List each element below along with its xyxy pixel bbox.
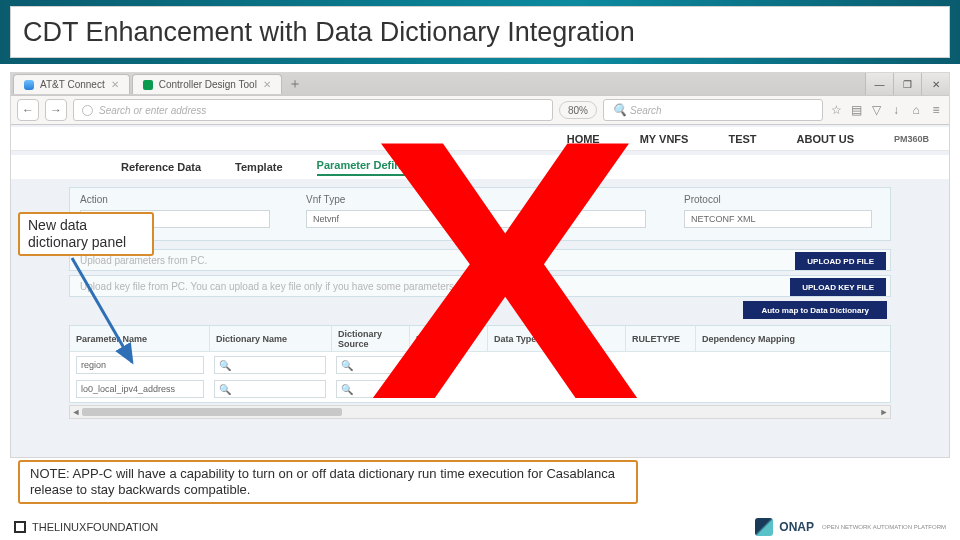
pocket-icon[interactable]: ▽ — [869, 103, 883, 117]
upload-params-text: Upload parameters from PC. — [70, 255, 207, 266]
cell-dict-name-1[interactable]: 🔍 — [214, 356, 326, 374]
header-panel: Action Vnf Type Netvnf Protocol NETCONF … — [69, 187, 891, 241]
download-icon[interactable]: ↓ — [889, 103, 903, 117]
automap-button[interactable]: Auto map to Data Dictionary — [743, 301, 887, 319]
upload-pd-file-button[interactable]: UPLOAD PD FILE — [795, 252, 886, 270]
scroll-left-arrow[interactable]: ◄ — [70, 406, 82, 418]
cdt-favicon — [143, 80, 153, 90]
col-dependency-mapping: Dependency Mapping — [696, 326, 890, 351]
search-placeholder: Search — [630, 105, 662, 116]
star-icon[interactable]: ☆ — [829, 103, 843, 117]
col-entry-schema: Entry schema — [554, 326, 626, 351]
onap-label: ONAP — [779, 520, 814, 534]
upload-key-row: Upload key file from PC. You can upload … — [69, 275, 891, 297]
tab-reference-data[interactable]: Reference Data — [121, 161, 201, 173]
cell-dict-source-2[interactable]: 🔍 — [336, 380, 406, 398]
window-controls: — ❐ ✕ — [865, 73, 949, 95]
browser-search[interactable]: 🔍 Search — [603, 99, 823, 121]
note-text: NOTE: APP-C will have a capability to tu… — [30, 466, 626, 499]
cell-param-name-1: region — [76, 356, 204, 374]
field-vnf-type[interactable]: Netvnf — [306, 210, 646, 228]
library-icon[interactable]: ▤ — [849, 103, 863, 117]
browser-toolbar: ← → Search or enter address 80% 🔍 Search… — [11, 95, 949, 125]
linux-foundation-logo: THELINUXFOUNDATION — [14, 521, 158, 533]
nav-my-vnfs[interactable]: MY VNFS — [640, 133, 689, 145]
onap-logo: ONAP OPEN NETWORK AUTOMATION PLATFORM — [755, 518, 946, 536]
onap-icon — [755, 518, 773, 536]
address-placeholder: Search or enter address — [99, 105, 206, 116]
tab-label: AT&T Connect — [40, 79, 105, 90]
nav-about-us[interactable]: ABOUT US — [797, 133, 854, 145]
note-box: NOTE: APP-C will have a capability to tu… — [18, 460, 638, 504]
callout-new-panel: New data dictionary panel — [18, 212, 154, 256]
screenshot-area: AT&T Connect ✕ Controller Design Tool ✕ … — [10, 72, 950, 458]
zoom-indicator[interactable]: 80% — [559, 101, 597, 119]
att-favicon — [24, 80, 34, 90]
nav-test[interactable]: TEST — [728, 133, 756, 145]
close-button[interactable]: ✕ — [921, 73, 949, 95]
grid-header: Parameter Name Dictionary Name Dictionar… — [70, 326, 890, 352]
scroll-right-arrow[interactable]: ► — [878, 406, 890, 418]
cell-param-name-2: lo0_local_ipv4_address — [76, 380, 204, 398]
horizontal-scrollbar[interactable]: ◄ ► — [69, 405, 891, 419]
close-icon[interactable]: ✕ — [111, 79, 119, 90]
col-dictionary-name: Dictionary Name — [210, 326, 332, 351]
search-icon: 🔍 — [219, 360, 231, 371]
address-bar[interactable]: Search or enter address — [73, 99, 553, 121]
info-icon — [82, 105, 93, 116]
onap-sublabel: OPEN NETWORK AUTOMATION PLATFORM — [822, 524, 946, 530]
upload-key-file-button[interactable]: UPLOAD KEY FILE — [790, 278, 886, 296]
browser-tab-att[interactable]: AT&T Connect ✕ — [13, 74, 130, 94]
tab-parameter-definition[interactable]: Parameter Definition — [317, 159, 425, 176]
search-icon: 🔍 — [219, 384, 231, 395]
minimize-button[interactable]: — — [865, 73, 893, 95]
tab-template[interactable]: Template — [235, 161, 282, 173]
forward-button[interactable]: → — [45, 99, 67, 121]
parameters-grid: Parameter Name Dictionary Name Dictionar… — [69, 325, 891, 403]
tab-label: Controller Design Tool — [159, 79, 257, 90]
col-parameter-name: Parameter Name — [70, 326, 210, 351]
search-icon: 🔍 — [341, 360, 353, 371]
home-icon[interactable]: ⌂ — [909, 103, 923, 117]
col-dictionary-source: Dictionary Source — [332, 326, 410, 351]
lf-label: THELINUXFOUNDATION — [32, 521, 158, 533]
col-ruletype: RULETYPE — [626, 326, 696, 351]
browser-tab-cdt[interactable]: Controller Design Tool ✕ — [132, 74, 282, 94]
lf-icon — [14, 521, 26, 533]
field-protocol[interactable]: NETCONF XML — [684, 210, 872, 228]
slide-title: CDT Enhancement with Data Dictionary Int… — [10, 6, 950, 58]
close-icon[interactable]: ✕ — [263, 79, 271, 90]
restore-button[interactable]: ❐ — [893, 73, 921, 95]
search-icon: 🔍 — [612, 103, 626, 117]
cell-dict-source-1[interactable]: 🔍 — [336, 356, 406, 374]
scroll-thumb[interactable] — [82, 408, 342, 416]
label-vnf-type: Vnf Type — [306, 194, 345, 205]
search-icon: 🔍 — [341, 384, 353, 395]
upload-params-row: Upload parameters from PC. UPLOAD PD FIL… — [69, 249, 891, 271]
browser-tabstrip: AT&T Connect ✕ Controller Design Tool ✕ … — [11, 73, 949, 95]
sub-tabs: Reference Data Template Parameter Defini… — [11, 155, 949, 179]
menu-icon[interactable]: ≡ — [929, 103, 943, 117]
nav-home[interactable]: HOME — [567, 133, 600, 145]
app-main-nav: HOME MY VNFS TEST ABOUT US PM360B — [11, 127, 949, 151]
back-button[interactable]: ← — [17, 99, 39, 121]
new-tab-button[interactable]: ＋ — [288, 75, 302, 93]
label-protocol: Protocol — [684, 194, 721, 205]
col-data-type: Data Type — [488, 326, 554, 351]
slide-footer: THELINUXFOUNDATION ONAP OPEN NETWORK AUT… — [0, 514, 960, 540]
col-default: Default — [410, 326, 488, 351]
title-band: CDT Enhancement with Data Dictionary Int… — [0, 0, 960, 64]
cell-dict-name-2[interactable]: 🔍 — [214, 380, 326, 398]
label-action: Action — [80, 194, 108, 205]
grid-body: region 🔍 🔍 lo0_local_ipv4_address 🔍 🔍 — [70, 352, 890, 402]
user-badge: PM360B — [894, 134, 929, 144]
upload-key-text: Upload key file from PC. You can upload … — [70, 281, 457, 292]
